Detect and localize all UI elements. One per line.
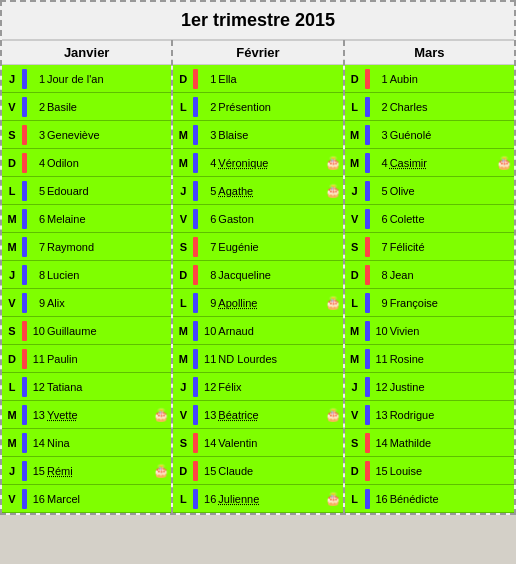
day-name: Aubin [390, 73, 512, 85]
day-color-bar [193, 265, 198, 285]
day-row: L16Julienne🎂 [173, 485, 342, 513]
day-row: L2Présention [173, 93, 342, 121]
day-name: Olive [390, 185, 512, 197]
birthday-cake-icon: 🎂 [153, 463, 169, 478]
day-name: Nina [47, 437, 169, 449]
day-number: 15 [200, 465, 218, 477]
day-letter: L [4, 381, 20, 393]
day-color-bar [22, 489, 27, 509]
day-color-bar [193, 237, 198, 257]
day-letter: S [4, 325, 20, 337]
day-name: Rodrigue [390, 409, 512, 421]
day-row: J12Justine [345, 373, 514, 401]
day-name: Présention [218, 101, 340, 113]
day-name: Geneviève [47, 129, 169, 141]
day-row: J1Jour de l'an [2, 65, 171, 93]
day-row: S7Félicité [345, 233, 514, 261]
day-row: J5Olive [345, 177, 514, 205]
day-row: S14Mathilde [345, 429, 514, 457]
day-letter: L [347, 493, 363, 505]
column-mars: MarsD1AubinL2CharlesM3GuénoléM4Casimir🎂J… [345, 40, 514, 513]
day-row: M4Véronique🎂 [173, 149, 342, 177]
day-name: Vivien [390, 325, 512, 337]
day-color-bar [22, 97, 27, 117]
day-color-bar [22, 265, 27, 285]
day-name: Charles [390, 101, 512, 113]
day-name: Louise [390, 465, 512, 477]
birthday-cake-icon: 🎂 [325, 491, 341, 506]
day-letter: M [4, 213, 20, 225]
day-number: 16 [29, 493, 47, 505]
day-number: 4 [200, 157, 218, 169]
day-name: Colette [390, 213, 512, 225]
day-color-bar [365, 237, 370, 257]
day-row: J5Agathe🎂 [173, 177, 342, 205]
column-février: FévrierD1EllaL2PrésentionM3BlaiseM4Véron… [173, 40, 344, 513]
day-letter: M [4, 241, 20, 253]
day-letter: L [175, 493, 191, 505]
day-color-bar [365, 321, 370, 341]
day-name: Julienne [218, 493, 322, 505]
day-name: Arnaud [218, 325, 340, 337]
day-color-bar [193, 153, 198, 173]
day-row: M14Nina [2, 429, 171, 457]
day-name: Guillaume [47, 325, 169, 337]
day-number: 8 [29, 269, 47, 281]
day-color-bar [193, 461, 198, 481]
day-letter: L [347, 297, 363, 309]
day-letter: M [4, 409, 20, 421]
day-number: 1 [29, 73, 47, 85]
day-color-bar [365, 209, 370, 229]
day-row: V13Rodrigue [345, 401, 514, 429]
day-number: 2 [372, 101, 390, 113]
day-color-bar [193, 69, 198, 89]
day-row: M4Casimir🎂 [345, 149, 514, 177]
day-name: Béatrice [218, 409, 322, 421]
day-row: M3Blaise [173, 121, 342, 149]
day-row: D1Aubin [345, 65, 514, 93]
day-row: V16Marcel [2, 485, 171, 513]
day-name: Paulin [47, 353, 169, 365]
day-name: Jean [390, 269, 512, 281]
day-letter: J [175, 185, 191, 197]
day-name: Félix [218, 381, 340, 393]
day-row: V9Alix [2, 289, 171, 317]
day-number: 7 [29, 241, 47, 253]
day-letter: M [175, 353, 191, 365]
day-row: S3Geneviève [2, 121, 171, 149]
day-number: 13 [372, 409, 390, 421]
day-row: J12Félix [173, 373, 342, 401]
day-color-bar [22, 237, 27, 257]
day-row: S14Valentin [173, 429, 342, 457]
day-name: Rémi [47, 465, 151, 477]
day-color-bar [193, 321, 198, 341]
day-row: D11Paulin [2, 345, 171, 373]
birthday-cake-icon: 🎂 [153, 407, 169, 422]
day-letter: L [347, 101, 363, 113]
day-name: Françoise [390, 297, 512, 309]
day-number: 14 [372, 437, 390, 449]
day-color-bar [22, 181, 27, 201]
day-name: Apolline [218, 297, 322, 309]
day-color-bar [193, 181, 198, 201]
day-name: Agathe [218, 185, 322, 197]
day-number: 16 [372, 493, 390, 505]
day-number: 7 [372, 241, 390, 253]
day-color-bar [193, 377, 198, 397]
day-row: V6Gaston [173, 205, 342, 233]
day-number: 11 [200, 353, 218, 365]
day-color-bar [365, 489, 370, 509]
day-letter: V [4, 493, 20, 505]
day-color-bar [22, 293, 27, 313]
day-color-bar [193, 349, 198, 369]
day-row: M10Vivien [345, 317, 514, 345]
day-letter: D [175, 269, 191, 281]
day-number: 6 [29, 213, 47, 225]
calendar-container: 1er trimestre 2015 JanvierJ1Jour de l'an… [0, 0, 516, 515]
day-color-bar [365, 461, 370, 481]
day-letter: D [347, 465, 363, 477]
day-letter: L [175, 101, 191, 113]
column-header-1: Février [173, 40, 342, 65]
day-letter: S [347, 241, 363, 253]
day-letter: M [175, 325, 191, 337]
